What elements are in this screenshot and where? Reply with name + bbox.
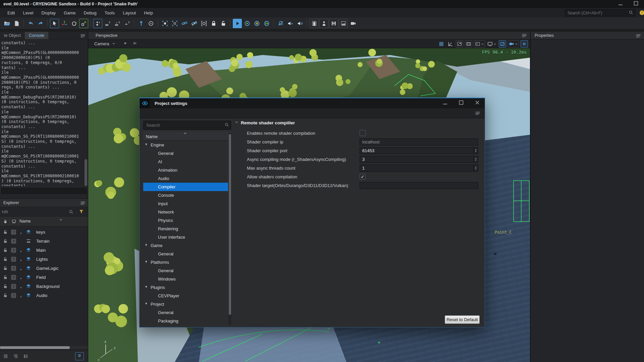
angle-snap-icon[interactable]: [447, 40, 454, 48]
ruler-icon[interactable]: [146, 19, 155, 28]
unlock-icon[interactable]: [3, 256, 8, 262]
setting-input[interactable]: localhost: [360, 138, 478, 145]
dialog-minimize-button[interactable]: [442, 99, 448, 107]
link-icon[interactable]: [180, 19, 189, 28]
explorer-horizontal-scrollbar[interactable]: [0, 346, 88, 349]
expander-icon[interactable]: [19, 285, 23, 288]
settings-tree-item-game[interactable]: ▾Game: [143, 241, 228, 250]
setting-input[interactable]: 3▲▼: [360, 156, 478, 163]
settings-tree-item-packaging[interactable]: Packaging: [143, 317, 228, 325]
dialog-titlebar[interactable]: Project settings: [140, 98, 485, 108]
spinner[interactable]: ▲▼: [473, 147, 478, 154]
undo-icon[interactable]: [26, 19, 35, 28]
section-collapse-icon[interactable]: [234, 120, 239, 126]
question-badge[interactable]: ?: [11, 248, 16, 253]
console-log[interactable]: constants) ...ilem@Common_ZPassPS(GL4000…: [1, 41, 85, 186]
checkbox-checked[interactable]: ✓: [360, 174, 366, 180]
dialog-close-button[interactable]: [474, 99, 481, 107]
settings-tree-item-platforms[interactable]: ▾Platforms: [143, 258, 228, 266]
settings-tree-item-plugins[interactable]: ▾Plugins: [143, 283, 228, 292]
simulate-physics-icon[interactable]: [243, 19, 252, 28]
settings-tree-item-compiler[interactable]: Compiler: [143, 183, 228, 191]
tab-perspective[interactable]: Perspective: [88, 33, 117, 38]
expander-icon[interactable]: [19, 248, 23, 252]
snap-surface-icon[interactable]: [122, 19, 131, 28]
checkbox-unchecked[interactable]: [360, 130, 366, 136]
settings-tree-item-user-interface[interactable]: User interface: [143, 233, 228, 241]
play-sequence-icon[interactable]: [123, 41, 128, 47]
unlock-icon[interactable]: [3, 265, 8, 271]
menu-help[interactable]: Help: [140, 8, 157, 17]
save-slot-icon[interactable]: [329, 19, 338, 28]
question-badge[interactable]: ?: [11, 275, 16, 280]
camera-dropdown-label[interactable]: Camera: [94, 42, 109, 46]
unlock-icon[interactable]: [3, 247, 8, 253]
unlock-icon[interactable]: [3, 275, 8, 280]
chevron-down-icon[interactable]: [59, 217, 63, 223]
door-panel-icon[interactable]: [310, 19, 319, 28]
lock-column-icon[interactable]: [3, 219, 8, 226]
settings-tree-item-general[interactable]: General: [143, 266, 228, 275]
settings-tree-item-general[interactable]: General: [143, 308, 228, 317]
settings-search-box[interactable]: [143, 121, 231, 130]
settings-tree-item-windows[interactable]: Windows: [143, 275, 228, 283]
expander-icon[interactable]: [19, 266, 23, 270]
notification-icon[interactable]: [639, 9, 644, 17]
unlock-icon[interactable]: [3, 284, 8, 289]
console-panel-menu-icon[interactable]: [80, 33, 86, 39]
select-icon[interactable]: [50, 19, 59, 28]
question-badge[interactable]: ?: [11, 293, 16, 298]
snap-pivot-icon[interactable]: [93, 19, 102, 28]
snap-vertex-icon[interactable]: [103, 19, 112, 28]
mute-audio-icon[interactable]: [286, 19, 295, 28]
settings-tree-item-project[interactable]: ▾Project: [143, 300, 228, 308]
settings-tree-item-rendering[interactable]: Rendering: [143, 225, 228, 233]
select-cover-icon[interactable]: [170, 19, 179, 28]
pivot-icon[interactable]: [137, 19, 146, 28]
settings-tree-item-audio[interactable]: Audio: [143, 174, 228, 183]
list-flat-view-icon[interactable]: [3, 353, 9, 359]
explorer-row-keys[interactable]: ?keys: [0, 228, 88, 237]
character-tool-icon[interactable]: [319, 19, 328, 28]
menu-display[interactable]: Display: [37, 8, 60, 17]
settings-tree-item-animation[interactable]: Animation: [143, 166, 228, 174]
question-badge[interactable]: ?: [11, 266, 16, 271]
unlink-icon[interactable]: [190, 19, 199, 28]
question-badge[interactable]: ?: [11, 284, 16, 289]
expander-icon[interactable]: [19, 230, 23, 234]
display-mode-icon[interactable]: [487, 40, 497, 48]
resolution-icon[interactable]: [474, 40, 485, 48]
setting-input[interactable]: 61453▲▼: [360, 147, 478, 154]
settings-tree-header[interactable]: Name: [143, 131, 231, 141]
properties-panel-menu-icon[interactable]: [635, 33, 641, 39]
viewport-panel-menu-icon[interactable]: [521, 33, 527, 40]
console-scrollbar[interactable]: [85, 159, 87, 186]
menu-debug[interactable]: Debug: [80, 8, 101, 17]
audio-settings-icon[interactable]: [296, 19, 305, 28]
filter-icon[interactable]: [78, 209, 84, 216]
settings-tree-scrollbar[interactable]: [228, 133, 231, 325]
unlock-icon[interactable]: [3, 229, 8, 235]
question-badge[interactable]: ?: [11, 257, 16, 262]
menu-tools[interactable]: Tools: [101, 8, 119, 17]
minimize-button[interactable]: [617, 1, 624, 7]
pause-physics-icon[interactable]: [252, 19, 261, 28]
setting-input[interactable]: 1▲▼: [360, 165, 478, 172]
explorer-row-lights[interactable]: ?Lights: [0, 255, 88, 264]
unlock-icon[interactable]: [3, 238, 8, 244]
move-icon[interactable]: [60, 19, 69, 28]
sync-selection-button[interactable]: [75, 352, 84, 360]
expander-icon[interactable]: [19, 276, 23, 279]
question-badge[interactable]: ?: [11, 230, 16, 235]
explorer-row-gamelogic[interactable]: ?GameLogic: [0, 264, 88, 273]
menu-level[interactable]: Level: [19, 8, 37, 17]
redo-icon[interactable]: [36, 19, 45, 28]
explorer-row-terrain[interactable]: ?Terrain: [0, 237, 88, 246]
setting-input[interactable]: [360, 182, 478, 189]
dialog-maximize-button[interactable]: [458, 99, 465, 107]
question-badge[interactable]: ?: [11, 239, 16, 244]
settings-tree-item-network[interactable]: Network: [143, 208, 228, 216]
dialog-menu-icon[interactable]: [475, 110, 481, 116]
explorer-row-main[interactable]: ?Main: [0, 246, 88, 255]
maximize-button[interactable]: [633, 1, 639, 7]
